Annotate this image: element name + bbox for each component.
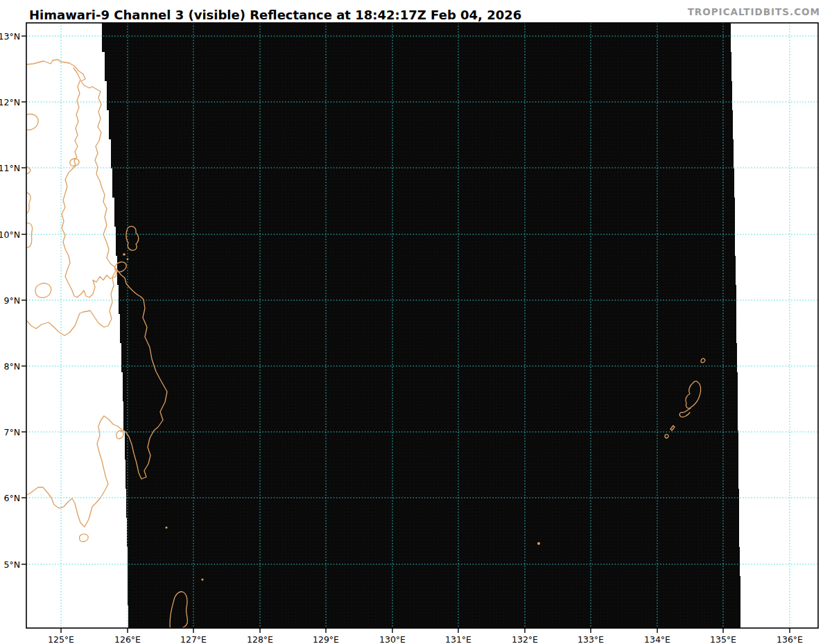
lon-tick-label: 130°E [379,634,406,644]
lon-tick-label: 136°E [777,634,803,644]
lon-tick-label: 134°E [644,634,670,644]
lat-tick-label: 12°N [0,97,20,107]
lon-tick-label: 126°E [114,634,141,644]
dinagat-islet-a [123,253,125,256]
lon-tick-label: 133°E [578,634,604,644]
lat-tick-label: 5°N [3,559,20,570]
lat-tick-label: 10°N [0,229,20,240]
lon-tick-label: 135°E [710,634,736,644]
lat-tick-label: 8°N [3,361,20,372]
lat-tick-label: 7°N [3,427,20,437]
lon-tick-label: 131°E [445,634,471,644]
lat-tick-label: 6°N [3,493,20,503]
lon-tick-label: 127°E [180,634,207,644]
islet-dot-west [165,526,167,528]
satellite-swath-night-black [99,23,740,628]
islet-dot-south [201,578,203,580]
map-plot-area [26,23,818,635]
lon-tick-label: 132°E [512,634,538,644]
satellite-image-page: Himawari-9 Channel 3 (visible) Reflectan… [0,0,832,644]
lon-tick-label: 128°E [247,634,273,644]
lat-tick-label: 13°N [0,31,20,42]
islet-dot-central [537,542,540,545]
dinagat-islet-b [127,259,129,261]
lat-tick-label: 11°N [0,163,20,173]
lon-tick-label: 125°E [48,634,74,644]
lon-tick-label: 129°E [313,634,339,644]
lat-tick-label: 9°N [3,295,20,306]
satellite-map-image[interactable]: 13°N12°N11°N10°N9°N8°N7°N6°N5°N125°E126°… [0,0,832,644]
